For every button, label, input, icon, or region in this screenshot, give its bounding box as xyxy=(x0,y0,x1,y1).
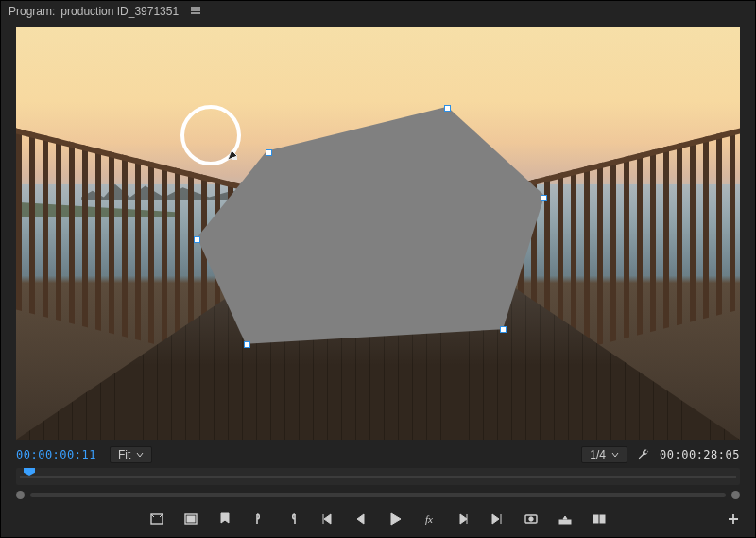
mask-anchor[interactable] xyxy=(500,326,507,333)
mask-anchor[interactable] xyxy=(194,236,200,243)
go-to-in-icon[interactable] xyxy=(318,511,335,528)
tutorial-highlight-ring xyxy=(180,105,241,165)
program-monitor-panel: Program: production ID_3971351 xyxy=(0,0,756,538)
chevron-down-icon xyxy=(136,451,144,459)
mask-anchor[interactable] xyxy=(244,341,250,348)
mask-anchor[interactable] xyxy=(541,195,547,201)
mask-anchor[interactable] xyxy=(444,105,451,112)
mask-anchor[interactable] xyxy=(266,149,272,156)
transport-controls: fx xyxy=(1,505,755,537)
playback-info-bar: 00:00:00:11 Fit 1/4 00:00:28:05 xyxy=(1,445,755,466)
playhead[interactable] xyxy=(24,468,35,483)
svg-point-5 xyxy=(529,517,533,521)
marker-icon[interactable] xyxy=(216,511,233,528)
playback-resolution-label: 1/4 xyxy=(590,448,606,461)
safe-margins-icon[interactable] xyxy=(148,511,165,528)
chevron-down-icon xyxy=(611,451,619,459)
step-back-icon[interactable] xyxy=(352,511,369,528)
sequence-name: production ID_3971351 xyxy=(60,5,179,18)
panel-titlebar: Program: production ID_3971351 xyxy=(1,1,755,22)
program-viewport[interactable] xyxy=(16,27,740,440)
zoom-level-dropdown[interactable]: Fit xyxy=(110,446,152,463)
settings-wrench-icon[interactable] xyxy=(637,447,650,463)
lift-icon[interactable] xyxy=(557,511,574,528)
mini-timeline-track xyxy=(20,476,736,478)
panel-menu-icon[interactable] xyxy=(190,5,201,19)
title-prefix: Program: xyxy=(9,5,55,18)
playback-resolution-dropdown[interactable]: 1/4 xyxy=(581,446,627,463)
zoom-bar[interactable] xyxy=(30,493,726,497)
mark-in-icon[interactable] xyxy=(250,511,267,528)
mark-out-icon[interactable] xyxy=(284,511,301,528)
timeline-zoom-scrollbar[interactable] xyxy=(1,487,755,505)
current-timecode[interactable]: 00:00:00:11 xyxy=(16,448,96,461)
toggle-multicam-icon[interactable] xyxy=(182,511,199,528)
extract-icon[interactable] xyxy=(591,511,608,528)
viewport-container xyxy=(1,22,755,445)
svg-rect-6 xyxy=(559,520,571,524)
button-editor-plus-icon[interactable] xyxy=(725,511,742,528)
export-frame-icon[interactable] xyxy=(523,511,540,528)
mini-timeline[interactable] xyxy=(1,466,755,487)
go-to-out-icon[interactable] xyxy=(489,511,506,528)
svg-rect-8 xyxy=(600,515,605,523)
zoom-level-label: Fit xyxy=(118,448,130,461)
step-forward-icon[interactable] xyxy=(455,511,472,528)
svg-rect-7 xyxy=(593,515,598,523)
svg-rect-3 xyxy=(187,516,195,522)
fx-icon[interactable]: fx xyxy=(421,511,438,528)
zoom-handle-right[interactable] xyxy=(731,491,740,499)
zoom-handle-left[interactable] xyxy=(16,491,25,499)
play-icon[interactable] xyxy=(387,511,404,528)
duration-timecode: 00:00:28:05 xyxy=(660,448,740,461)
